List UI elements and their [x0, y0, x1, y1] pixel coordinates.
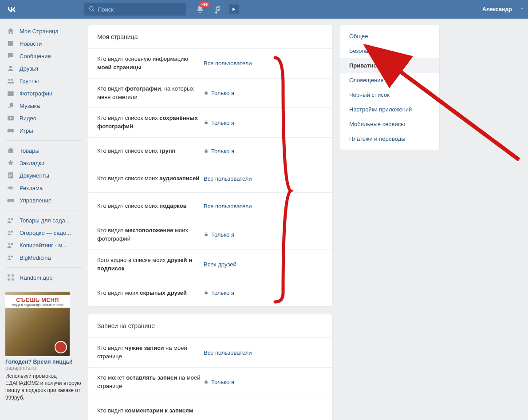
- group-icon: [6, 216, 15, 225]
- video-play-icon[interactable]: [229, 4, 239, 14]
- setting-row: Кто видит фотографии, на которых меня от…: [88, 78, 332, 108]
- svg-rect-21: [12, 274, 14, 277]
- tab-мобильные-сервисы[interactable]: Мобильные сервисы: [340, 117, 439, 131]
- setting-value[interactable]: Все пользователи: [204, 203, 252, 210]
- nav-label: Друзья: [20, 65, 38, 72]
- docs-icon: [6, 171, 15, 180]
- setting-value[interactable]: Только я: [204, 148, 234, 155]
- ad-domain: papajohns.ru: [5, 365, 83, 371]
- nav-фотографии[interactable]: Фотографии: [4, 87, 84, 99]
- nav-документы[interactable]: Документы: [4, 169, 84, 182]
- section-title: Моя страница: [88, 25, 332, 48]
- nav-новости[interactable]: Новости: [4, 37, 84, 50]
- page-container: Моя СтраницаНовостиСообщенияДрузьяГруппы…: [0, 19, 528, 420]
- nav-сообщения[interactable]: Сообщения: [4, 50, 84, 62]
- svg-rect-27: [205, 234, 207, 236]
- tab-приватность[interactable]: Приватность: [340, 58, 439, 73]
- svg-point-18: [8, 256, 11, 258]
- manage-icon: [6, 196, 15, 205]
- nav-label: Документы: [20, 172, 49, 179]
- settings-section: Записи на страницеКто видит чужие записи…: [88, 314, 333, 420]
- group-icon: [6, 228, 15, 237]
- tab-платежи-и-переводы[interactable]: Платежи и переводы: [340, 131, 439, 146]
- nav-random-app[interactable]: Random.app: [4, 271, 84, 284]
- nav-управление[interactable]: Управление: [4, 194, 84, 206]
- svg-point-16: [8, 243, 11, 246]
- setting-label: Кто видит список моих подарков: [97, 202, 204, 210]
- tab-чёрный-список[interactable]: Чёрный список: [340, 87, 439, 102]
- ad-banner-title: СЪЕШЬ МЕНЯ: [5, 297, 70, 303]
- ad-title: Голоден? Время пиццы!: [5, 359, 83, 365]
- setting-row: Кто может оставлять записи на моей стран…: [88, 367, 332, 397]
- setting-value[interactable]: Все пользователи: [204, 60, 252, 67]
- setting-value[interactable]: Только я: [204, 231, 234, 238]
- svg-point-7: [8, 107, 10, 108]
- tab-общее[interactable]: Общее: [340, 29, 439, 44]
- svg-point-19: [11, 256, 13, 258]
- tab-настройки-приложений[interactable]: Настройки приложений: [340, 102, 439, 117]
- msg-icon: [6, 52, 15, 60]
- svg-point-17: [11, 243, 13, 246]
- ad-text: Используй промокод ЕДАНАДОМ2 и получи вт…: [5, 372, 83, 401]
- setting-value[interactable]: Только я: [204, 289, 234, 296]
- notifications-icon[interactable]: +99: [195, 4, 205, 14]
- nav-группы[interactable]: Группы: [4, 75, 84, 87]
- photo-icon: [6, 89, 15, 98]
- left-sidebar: Моя СтраницаНовостиСообщенияДрузьяГруппы…: [0, 25, 84, 420]
- setting-value[interactable]: Все пользователи: [204, 175, 252, 182]
- user-menu[interactable]: Александр: [482, 6, 524, 12]
- news-icon: [6, 39, 15, 48]
- nav-label: BigMedicina: [20, 254, 51, 261]
- search-box[interactable]: [84, 3, 186, 16]
- svg-rect-10: [8, 149, 13, 153]
- nav-моя-страница[interactable]: Моя Страница: [4, 25, 84, 37]
- app-icon: [6, 273, 15, 282]
- video-icon: [6, 114, 15, 123]
- goods-icon: [6, 146, 15, 155]
- tab-оповещения[interactable]: Оповещения: [340, 73, 439, 87]
- ad-badge-icon: [55, 341, 67, 353]
- setting-value[interactable]: Только я: [204, 379, 234, 385]
- setting-value[interactable]: Только я: [204, 90, 234, 96]
- nav-label: Сообщения: [20, 53, 51, 59]
- svg-rect-29: [205, 382, 207, 384]
- setting-label: Кто видит список моих аудиозаписей: [97, 174, 204, 183]
- setting-label: Кто видит фотографии, на которых меня от…: [97, 85, 204, 102]
- groups-icon: [6, 76, 15, 85]
- nav-label: Огородко — садо...: [20, 230, 71, 236]
- lock-icon: [204, 289, 209, 296]
- notif-badge: +99: [199, 2, 209, 7]
- nav-друзья[interactable]: Друзья: [4, 62, 84, 75]
- nav-видео[interactable]: Видео: [4, 112, 84, 124]
- search-input[interactable]: [98, 6, 182, 13]
- setting-label: Кто видит основную информацию моей стран…: [97, 55, 204, 72]
- svg-point-2: [9, 66, 12, 68]
- ad-block[interactable]: СЪЕШЬ МЕНЯ пицца в подарок при заказе от…: [4, 292, 84, 401]
- svg-rect-24: [205, 92, 207, 95]
- setting-value[interactable]: Всех друзей: [204, 261, 236, 268]
- nav-label: Группы: [20, 78, 39, 84]
- svg-rect-23: [12, 278, 14, 281]
- friends-icon: [6, 64, 15, 73]
- nav-музыка[interactable]: Музыка: [4, 99, 84, 112]
- nav-копирайтинг-м-[interactable]: Копирайтинг - м...: [4, 239, 84, 251]
- setting-row: Кого видно в списке моих друзей и подпис…: [88, 250, 332, 279]
- nav-огородко-садо-[interactable]: Огородко — садо...: [4, 226, 84, 239]
- nav-товары-для-сада-[interactable]: Товары для сада...: [4, 214, 84, 226]
- setting-value[interactable]: Все пользователи: [204, 349, 252, 356]
- nav-игры[interactable]: Игры: [4, 124, 84, 137]
- vk-logo[interactable]: [5, 3, 18, 16]
- divider: [6, 140, 82, 141]
- nav-bigmedicina[interactable]: BigMedicina: [4, 251, 84, 264]
- tab-безопасность[interactable]: Безопасность: [340, 44, 439, 58]
- nav-label: Новости: [20, 40, 42, 47]
- nav-реклама[interactable]: Реклама: [4, 182, 84, 194]
- setting-value[interactable]: Только я: [204, 119, 234, 126]
- svg-point-8: [12, 106, 13, 107]
- nav-label: Игры: [20, 127, 33, 134]
- music-icon[interactable]: [212, 4, 222, 14]
- nav-закладки[interactable]: Закладки: [4, 157, 84, 169]
- lock-icon: [204, 148, 209, 155]
- nav-товары[interactable]: Товары: [4, 144, 84, 157]
- music-icon: [6, 101, 15, 110]
